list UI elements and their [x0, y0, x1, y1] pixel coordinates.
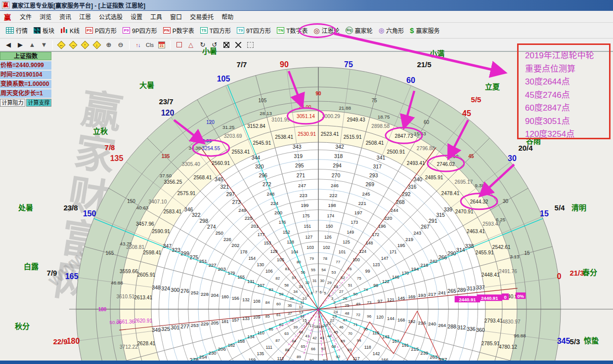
toolbar-label: 赢家服务: [416, 26, 439, 35]
forward-button[interactable]: ▶: [15, 40, 26, 50]
forward-icon: ▶: [18, 41, 23, 48]
parameter-row: 价格=2440.9099: [0, 61, 51, 70]
arc-ccw-icon: ↺: [212, 41, 218, 48]
parameter-row: 变换系数=1.00000: [0, 80, 51, 88]
arc-cw-button[interactable]: ↻: [197, 40, 208, 50]
annotation-box: 2019年江恩轮中轮重要点位测算30度2644点45度2746点60度2847点…: [517, 43, 611, 139]
calendar-button[interactable]: 21: [156, 40, 167, 50]
toolbar-button-K线[interactable]: K线: [57, 25, 83, 36]
calc-support-button[interactable]: 计算支撑: [26, 99, 51, 107]
app-window: 赢 赢家江恩专业版[赢家服务平台] - [上证指数 江恩轮] 赢 文件浏览资讯江…: [0, 0, 613, 364]
menu-item-2[interactable]: 资讯: [55, 12, 75, 22]
zoom-in-icon: ⊕: [106, 41, 112, 48]
menu-item-1[interactable]: 浏览: [36, 12, 55, 22]
menu-item-9[interactable]: 帮助: [218, 12, 237, 22]
annotation-line: 90度3051点: [525, 115, 609, 128]
annotation-line: 45度2746点: [525, 89, 609, 102]
t-updown-button[interactable]: ↑↓: [132, 40, 143, 50]
window-title: 赢家江恩专业版[赢家服务平台] - [上证指数 江恩轮]: [12, 1, 145, 9]
dia-left-button[interactable]: ←: [56, 40, 67, 50]
menu-item-5[interactable]: 设置: [127, 12, 146, 22]
toolbar-button-行情[interactable]: 行情: [3, 25, 31, 36]
triangle-button[interactable]: △: [185, 40, 196, 50]
parameter-row: 时间=20190104: [0, 71, 51, 79]
menu-item-7[interactable]: 窗口: [166, 12, 186, 22]
dia-right-icon: →: [69, 40, 78, 49]
annotation-line: 30度2644点: [525, 76, 609, 89]
zoom-out-icon: ⊖: [118, 41, 124, 48]
main-toolbar: 行情板块K线PSP四方形P99P四方形PNP数字表TST四方形T99T四方形TN…: [0, 23, 613, 39]
cls-button[interactable]: Cls: [144, 40, 155, 50]
tri-down-icon: ▼: [41, 41, 47, 48]
menu-item-6[interactable]: 工具: [146, 12, 166, 22]
toolbar-button-9T四方形[interactable]: T99T四方形: [234, 25, 274, 36]
toolbar-separator: [52, 40, 53, 49]
toolbar-button-9P四方形[interactable]: P99P四方形: [120, 25, 160, 36]
select-box-icon: [247, 42, 254, 48]
menu-item-4[interactable]: 公式选股: [95, 12, 127, 22]
toolbar-label: 9T四方形: [246, 26, 271, 35]
toolbar-separator: [170, 40, 171, 49]
zoom-out-button[interactable]: ⊖: [115, 40, 126, 50]
center-cross-icon: [235, 42, 241, 48]
dia-right-button[interactable]: →: [68, 40, 79, 50]
toolbar-button-板块[interactable]: 板块: [31, 25, 57, 36]
toolbar-button-P四方形[interactable]: PSP四方形: [83, 25, 120, 36]
badge-icon: PS: [86, 27, 93, 34]
triangle-tool-icon: △: [188, 41, 193, 48]
center-cross-button[interactable]: [233, 40, 244, 50]
x-box-button[interactable]: [221, 40, 232, 50]
annotation-line: 2019年江恩轮中轮: [525, 49, 609, 63]
calc-buttons: 计算阻力计算支撑: [0, 99, 51, 107]
gann-wheel-icon: ◎: [313, 27, 319, 34]
toolbar-label: K线: [70, 26, 80, 35]
app-icon: 赢: [2, 1, 9, 9]
candles-icon: [60, 27, 68, 34]
badge-icon: T9: [237, 27, 244, 34]
toolbar-label: 六角形: [386, 26, 404, 35]
toolbar-button-赢家服务[interactable]: $赢家服务: [407, 25, 442, 36]
toolbar-button-赢家轮[interactable]: Big赢家轮: [343, 25, 376, 36]
arc-cw-icon: ↻: [200, 41, 206, 48]
dia-left-icon: ←: [57, 40, 66, 49]
select-box-button[interactable]: [245, 40, 256, 50]
dia-up-button[interactable]: ↑: [80, 40, 90, 50]
square-button[interactable]: [174, 40, 184, 50]
toolbar-button-P数字表[interactable]: PNP数字表: [160, 25, 197, 36]
dia-down-icon: ↓: [93, 40, 101, 49]
toolbar-button-T四方形[interactable]: TST四方形: [197, 25, 234, 36]
back-button[interactable]: ◀: [3, 40, 14, 50]
toolbar-label: P数字表: [173, 26, 194, 35]
hexagon-icon: ◎: [379, 27, 384, 34]
cls-label: Cls: [146, 42, 154, 48]
toolbar-button-T数字表[interactable]: TNT数字表: [274, 25, 310, 36]
dia-down-button[interactable]: ↓: [91, 40, 102, 50]
annotation-line: 120度3254点: [525, 128, 609, 141]
toolbar-label: 行情: [16, 26, 28, 35]
menu-bar: 赢 文件浏览资讯江恩公式选股设置工具窗口交易委托帮助: [0, 11, 613, 23]
badge-icon: PN: [163, 27, 171, 34]
toolbar-label: T数字表: [286, 26, 307, 35]
tri-down-button[interactable]: ▼: [39, 40, 49, 50]
annotation-line: 重要点位测算: [525, 63, 609, 76]
tri-up-icon: ▲: [29, 41, 36, 48]
menu-item-0[interactable]: 文件: [16, 12, 36, 22]
tri-up-button[interactable]: ▲: [27, 40, 38, 50]
menu-item-8[interactable]: 交易委托: [186, 12, 218, 22]
blocks-icon: [34, 27, 41, 34]
dia-up-icon: ↑: [81, 40, 89, 49]
table-icon: [6, 27, 14, 34]
title-bar[interactable]: 赢 赢家江恩专业版[赢家服务平台] - [上证指数 江恩轮]: [0, 0, 613, 11]
x-box-icon: [223, 42, 229, 48]
arc-ccw-button[interactable]: ↺: [209, 40, 220, 50]
annotation-line: 60度2847点: [525, 102, 609, 115]
toolbar-button-江恩轮[interactable]: ◎江恩轮: [310, 25, 342, 36]
badge-icon: P9: [123, 27, 130, 34]
calc-resistance-button[interactable]: 计算阻力: [0, 99, 25, 107]
toolbar-button-六角形[interactable]: ◎六角形: [376, 25, 407, 36]
parameter-row: 周天变化步长=1: [0, 89, 51, 98]
zoom-in-button[interactable]: ⊕: [103, 40, 114, 50]
instrument-name: 上证指数: [0, 52, 51, 60]
window-bottom-edge: [0, 361, 613, 364]
menu-item-3[interactable]: 江恩: [75, 12, 95, 22]
